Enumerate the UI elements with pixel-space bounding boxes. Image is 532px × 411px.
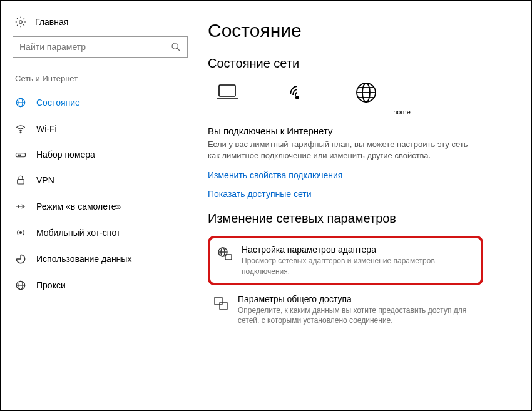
svg-point-1 (172, 43, 178, 49)
page-title: Состояние (208, 20, 518, 41)
sidebar-item-proxy[interactable]: Прокси (13, 272, 190, 298)
option-title: Параметры общего доступа (238, 294, 478, 304)
sidebar-item-dialup[interactable]: Набор номера (13, 142, 190, 167)
option-title: Настройка параметров адаптера (242, 245, 474, 255)
category-label: Сеть и Интернет (13, 71, 190, 89)
svg-point-16 (296, 96, 299, 99)
svg-rect-15 (219, 85, 235, 96)
sidebar-item-label: VPN (36, 175, 54, 185)
adapter-icon (217, 245, 233, 276)
change-network-params-heading: Изменение сетевых параметров (208, 211, 518, 226)
svg-point-9 (20, 155, 21, 156)
connected-title: Вы подключены к Интернету (208, 126, 518, 136)
option-sharing-settings[interactable]: Параметры общего доступа Определите, к к… (208, 288, 483, 332)
globe-icon (354, 81, 378, 104)
laptop-icon (214, 83, 240, 103)
globe-icon (15, 280, 26, 291)
svg-point-6 (20, 132, 21, 133)
sidebar-item-label: Wi-Fi (36, 124, 57, 134)
sidebar-item-label: Использование данных (36, 254, 131, 264)
svg-rect-26 (215, 297, 222, 305)
svg-line-2 (177, 48, 180, 51)
sidebar-item-label: Состояние (36, 98, 80, 108)
svg-point-8 (18, 155, 19, 156)
sidebar-item-label: Набор номера (36, 150, 95, 160)
search-input[interactable] (13, 36, 188, 58)
home-label: Главная (35, 17, 68, 27)
airplane-icon (15, 201, 26, 212)
sidebar-item-vpn[interactable]: VPN (13, 167, 190, 193)
option-description: Просмотр сетевых адаптеров и изменение п… (242, 256, 474, 276)
sidebar-item-label: Режим «в самолете» (36, 201, 121, 211)
svg-rect-27 (220, 302, 227, 310)
network-status-heading: Состояние сети (208, 56, 518, 71)
hotspot-icon (15, 227, 26, 238)
vpn-icon (15, 175, 26, 186)
main-content: Состояние Состояние сети ho (195, 1, 531, 410)
search-icon (171, 42, 181, 52)
connected-description: Если у вас лимитный тарифный план, вы мо… (208, 139, 471, 161)
sidebar-item-label: Мобильный хот-спот (36, 228, 120, 238)
sidebar: Главная Сеть и Интернет Состояние (1, 1, 195, 410)
home-button[interactable]: Главная (13, 13, 190, 36)
link-change-connection-properties[interactable]: Изменить свойства подключения (208, 170, 518, 180)
link-show-available-networks[interactable]: Показать доступные сети (208, 189, 518, 199)
search-field[interactable] (19, 42, 171, 52)
svg-point-0 (19, 21, 23, 24)
sidebar-item-airplane[interactable]: Режим «в самолете» (13, 193, 190, 220)
sidebar-item-status[interactable]: Состояние (13, 89, 190, 116)
svg-rect-10 (18, 180, 24, 185)
sidebar-item-hotspot[interactable]: Мобильный хот-спот (13, 220, 190, 246)
option-adapter-settings[interactable]: Настройка параметров адаптера Просмотр с… (208, 236, 483, 285)
sidebar-item-label: Прокси (36, 280, 66, 290)
wifi-icon (285, 82, 309, 103)
connection-line (314, 93, 349, 93)
sidebar-item-wifi[interactable]: Wi-Fi (13, 116, 190, 142)
wifi-icon (15, 123, 26, 134)
connection-line (245, 93, 280, 93)
svg-point-11 (20, 232, 22, 234)
gear-icon (15, 16, 26, 28)
globe-icon (15, 97, 26, 108)
datausage-icon (15, 253, 26, 265)
network-diagram (214, 81, 518, 104)
dialup-icon (15, 150, 26, 159)
sharing-icon (213, 294, 229, 325)
wifi-name-label: home (285, 108, 518, 116)
option-description: Определите, к каким данным вы хотите пре… (238, 305, 478, 325)
sidebar-item-datausage[interactable]: Использование данных (13, 246, 190, 272)
